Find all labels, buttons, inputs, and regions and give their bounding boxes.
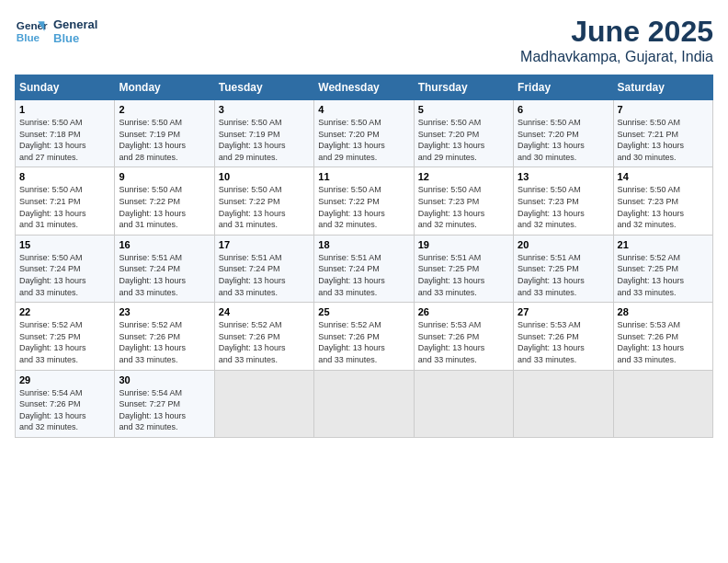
calendar-week-1: 1Sunrise: 5:50 AM Sunset: 7:18 PM Daylig… [16, 100, 713, 167]
day-number: 4 [318, 104, 409, 115]
day-info: Sunrise: 5:52 AM Sunset: 7:25 PM Dayligh… [19, 319, 110, 365]
day-info: Sunrise: 5:52 AM Sunset: 7:25 PM Dayligh… [618, 252, 709, 298]
col-header-saturday: Saturday [613, 75, 712, 100]
day-number: 9 [119, 171, 210, 182]
day-info: Sunrise: 5:50 AM Sunset: 7:19 PM Dayligh… [119, 117, 210, 163]
day-number: 17 [219, 239, 310, 250]
calendar-day-22: 22Sunrise: 5:52 AM Sunset: 7:25 PM Dayli… [16, 303, 115, 370]
day-info: Sunrise: 5:51 AM Sunset: 7:24 PM Dayligh… [318, 252, 409, 298]
calendar-day-25: 25Sunrise: 5:52 AM Sunset: 7:26 PM Dayli… [314, 303, 414, 370]
calendar-day-24: 24Sunrise: 5:52 AM Sunset: 7:26 PM Dayli… [214, 303, 313, 370]
calendar-day-23: 23Sunrise: 5:52 AM Sunset: 7:26 PM Dayli… [115, 303, 214, 370]
day-info: Sunrise: 5:53 AM Sunset: 7:26 PM Dayligh… [618, 319, 709, 365]
title-area: June 2025 Madhavkampa, Gujarat, India [520, 15, 713, 65]
calendar-day-30: 30Sunrise: 5:54 AM Sunset: 7:27 PM Dayli… [115, 370, 214, 437]
calendar-day-15: 15Sunrise: 5:50 AM Sunset: 7:24 PM Dayli… [16, 235, 115, 302]
calendar-day-20: 20Sunrise: 5:51 AM Sunset: 7:25 PM Dayli… [514, 235, 613, 302]
calendar-day-empty-3 [314, 370, 414, 437]
day-number: 3 [219, 104, 310, 115]
day-info: Sunrise: 5:53 AM Sunset: 7:26 PM Dayligh… [518, 319, 609, 365]
calendar-day-18: 18Sunrise: 5:51 AM Sunset: 7:24 PM Dayli… [314, 235, 414, 302]
col-header-monday: Monday [115, 75, 214, 100]
day-info: Sunrise: 5:54 AM Sunset: 7:26 PM Dayligh… [19, 387, 110, 433]
day-info: Sunrise: 5:53 AM Sunset: 7:26 PM Dayligh… [418, 319, 509, 365]
calendar-day-27: 27Sunrise: 5:53 AM Sunset: 7:26 PM Dayli… [514, 303, 613, 370]
calendar-day-11: 11Sunrise: 5:50 AM Sunset: 7:22 PM Dayli… [314, 167, 414, 235]
logo-text-general: General [53, 17, 97, 31]
day-info: Sunrise: 5:50 AM Sunset: 7:20 PM Dayligh… [318, 117, 409, 163]
day-info: Sunrise: 5:51 AM Sunset: 7:25 PM Dayligh… [418, 252, 509, 298]
calendar-day-5: 5Sunrise: 5:50 AM Sunset: 7:20 PM Daylig… [414, 100, 513, 167]
calendar-day-empty-5 [514, 370, 613, 437]
calendar-day-12: 12Sunrise: 5:50 AM Sunset: 7:23 PM Dayli… [414, 167, 513, 235]
col-header-thursday: Thursday [414, 75, 513, 100]
day-number: 20 [518, 239, 609, 250]
day-number: 23 [119, 306, 210, 317]
day-number: 19 [418, 239, 509, 250]
day-number: 22 [19, 306, 110, 317]
day-number: 8 [19, 171, 110, 182]
calendar-day-13: 13Sunrise: 5:50 AM Sunset: 7:23 PM Dayli… [514, 167, 613, 235]
day-number: 5 [418, 104, 509, 115]
day-info: Sunrise: 5:52 AM Sunset: 7:26 PM Dayligh… [119, 319, 210, 365]
calendar-day-14: 14Sunrise: 5:50 AM Sunset: 7:23 PM Dayli… [613, 167, 712, 235]
day-number: 26 [418, 306, 509, 317]
col-header-tuesday: Tuesday [214, 75, 313, 100]
calendar-day-6: 6Sunrise: 5:50 AM Sunset: 7:20 PM Daylig… [514, 100, 613, 167]
day-info: Sunrise: 5:50 AM Sunset: 7:18 PM Dayligh… [19, 117, 110, 163]
day-number: 28 [618, 306, 709, 317]
day-info: Sunrise: 5:51 AM Sunset: 7:25 PM Dayligh… [518, 252, 609, 298]
day-number: 24 [219, 306, 310, 317]
day-number: 21 [618, 239, 709, 250]
calendar-table: SundayMondayTuesdayWednesdayThursdayFrid… [15, 75, 713, 438]
calendar-day-2: 2Sunrise: 5:50 AM Sunset: 7:19 PM Daylig… [115, 100, 214, 167]
calendar-day-9: 9Sunrise: 5:50 AM Sunset: 7:22 PM Daylig… [115, 167, 214, 235]
day-number: 11 [318, 171, 409, 182]
calendar-week-4: 22Sunrise: 5:52 AM Sunset: 7:25 PM Dayli… [16, 303, 713, 370]
calendar-day-26: 26Sunrise: 5:53 AM Sunset: 7:26 PM Dayli… [414, 303, 513, 370]
day-number: 7 [618, 104, 709, 115]
day-info: Sunrise: 5:50 AM Sunset: 7:19 PM Dayligh… [219, 117, 310, 163]
logo-text-blue: Blue [53, 31, 97, 45]
day-info: Sunrise: 5:52 AM Sunset: 7:26 PM Dayligh… [219, 319, 310, 365]
day-number: 16 [119, 239, 210, 250]
subtitle: Madhavkampa, Gujarat, India [520, 49, 713, 65]
calendar-week-5: 29Sunrise: 5:54 AM Sunset: 7:26 PM Dayli… [16, 370, 713, 437]
day-number: 29 [19, 374, 110, 385]
calendar-day-21: 21Sunrise: 5:52 AM Sunset: 7:25 PM Dayli… [613, 235, 712, 302]
day-info: Sunrise: 5:50 AM Sunset: 7:24 PM Dayligh… [19, 252, 110, 298]
day-info: Sunrise: 5:52 AM Sunset: 7:26 PM Dayligh… [318, 319, 409, 365]
day-info: Sunrise: 5:50 AM Sunset: 7:23 PM Dayligh… [518, 184, 609, 230]
day-number: 1 [19, 104, 110, 115]
day-info: Sunrise: 5:50 AM Sunset: 7:23 PM Dayligh… [618, 184, 709, 230]
day-info: Sunrise: 5:50 AM Sunset: 7:22 PM Dayligh… [119, 184, 210, 230]
col-header-sunday: Sunday [16, 75, 115, 100]
day-info: Sunrise: 5:50 AM Sunset: 7:23 PM Dayligh… [418, 184, 509, 230]
col-header-friday: Friday [514, 75, 613, 100]
day-number: 27 [518, 306, 609, 317]
day-number: 2 [119, 104, 210, 115]
col-header-wednesday: Wednesday [314, 75, 414, 100]
day-info: Sunrise: 5:50 AM Sunset: 7:21 PM Dayligh… [19, 184, 110, 230]
calendar-day-empty-6 [613, 370, 712, 437]
calendar-day-16: 16Sunrise: 5:51 AM Sunset: 7:24 PM Dayli… [115, 235, 214, 302]
day-info: Sunrise: 5:50 AM Sunset: 7:20 PM Dayligh… [418, 117, 509, 163]
calendar-day-19: 19Sunrise: 5:51 AM Sunset: 7:25 PM Dayli… [414, 235, 513, 302]
day-info: Sunrise: 5:51 AM Sunset: 7:24 PM Dayligh… [219, 252, 310, 298]
day-info: Sunrise: 5:50 AM Sunset: 7:22 PM Dayligh… [219, 184, 310, 230]
day-number: 15 [19, 239, 110, 250]
day-number: 30 [119, 374, 210, 385]
calendar-day-7: 7Sunrise: 5:50 AM Sunset: 7:21 PM Daylig… [613, 100, 712, 167]
calendar-day-4: 4Sunrise: 5:50 AM Sunset: 7:20 PM Daylig… [314, 100, 414, 167]
day-number: 14 [618, 171, 709, 182]
page-header: General Blue General Blue June 2025 Madh… [15, 15, 713, 65]
calendar-day-8: 8Sunrise: 5:50 AM Sunset: 7:21 PM Daylig… [16, 167, 115, 235]
svg-text:Blue: Blue [17, 31, 40, 43]
calendar-day-29: 29Sunrise: 5:54 AM Sunset: 7:26 PM Dayli… [16, 370, 115, 437]
calendar-day-3: 3Sunrise: 5:50 AM Sunset: 7:19 PM Daylig… [214, 100, 313, 167]
day-info: Sunrise: 5:50 AM Sunset: 7:22 PM Dayligh… [318, 184, 409, 230]
calendar-day-17: 17Sunrise: 5:51 AM Sunset: 7:24 PM Dayli… [214, 235, 313, 302]
calendar-day-28: 28Sunrise: 5:53 AM Sunset: 7:26 PM Dayli… [613, 303, 712, 370]
day-number: 10 [219, 171, 310, 182]
logo-icon: General Blue [15, 15, 48, 48]
